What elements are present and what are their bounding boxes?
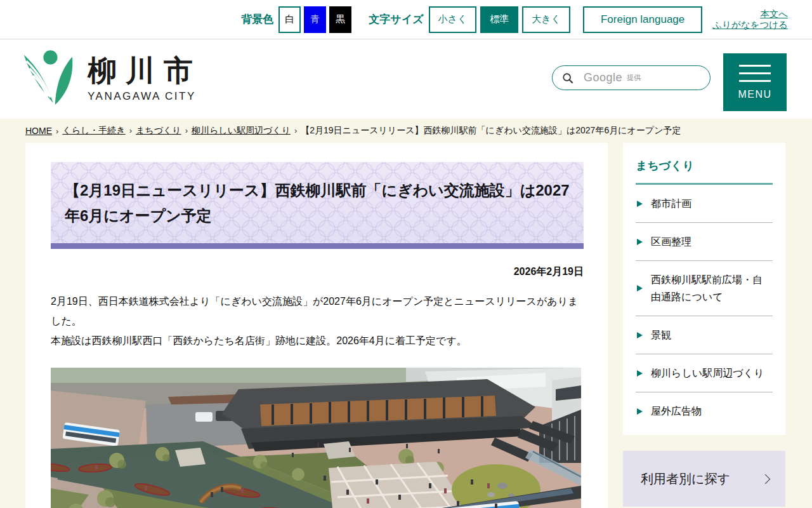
site-logo[interactable]: 柳川市 YANAGAWA CITY [23,48,202,109]
utility-bar: 背景色 白 青 黒 文字サイズ 小さく 標準 大きく Foreign langu… [0,0,812,39]
sidebar-category-title: まちづくり [636,158,773,185]
chevron-right-icon [761,474,771,484]
sidebar-item-kukakuseiri[interactable]: 区画整理 [636,223,773,261]
triangle-icon [637,285,643,291]
site-header: 柳川市 YANAGAWA CITY Google 提供 MENU [0,39,812,119]
sidebar-item-ekimae-hiroba[interactable]: 西鉄柳川駅駅前広場・自由通路について [636,261,773,316]
sidebar-category-box: まちづくり 都市計画 区画整理 西鉄柳川駅駅前広場・自由通路について 景観 柳川… [623,143,785,435]
article-title-box: 【2月19日ニュースリリース】西鉄柳川駅前「にぎわい交流施設」は2027年6月に… [51,162,584,243]
text-size-smaller-button[interactable]: 小さく [429,6,477,33]
foreign-language-button[interactable]: Foreign language [583,6,702,33]
facility-aerial-rendering-image [51,368,581,508]
triangle-icon [637,332,643,338]
to-main-text-link[interactable]: 本文へ [760,9,788,20]
search-icon [562,72,573,84]
breadcrumb: HOME くらし・手続き まちづくり 柳川らしい駅周辺づくり 【2月19日ニュー… [0,119,812,143]
bg-black-button[interactable]: 黒 [329,6,351,33]
sidebar-item-toshikeikaku[interactable]: 都市計画 [636,185,773,223]
article-date: 2026年2月19日 [51,265,584,279]
bg-blue-button[interactable]: 青 [304,6,326,33]
page-title: 【2月19日ニュースリリース】西鉄柳川駅前「にぎわい交流施設」は2027年6月に… [65,178,570,229]
site-name: 柳川市 [88,55,202,88]
sidebar-item-label: 区画整理 [651,233,691,250]
menu-button[interactable]: MENU [723,53,787,111]
sidebar: まちづくり 都市計画 区画整理 西鉄柳川駅駅前広場・自由通路について 景観 柳川… [623,143,785,508]
triangle-icon [637,239,643,245]
sidebar-item-keikan[interactable]: 景観 [636,316,773,354]
title-accent-bar [51,243,584,249]
sidebar-item-label: 景観 [651,326,671,344]
triangle-icon [637,408,643,415]
sidebar-item-label: 都市計画 [651,195,691,212]
breadcrumb-ekishuhen[interactable]: 柳川らしい駅周辺づくり [192,125,291,135]
breadcrumb-kurashi[interactable]: くらし・手続き [62,125,125,135]
finder-by-user-button[interactable]: 利用者別に探す [623,451,785,507]
menu-label: MENU [738,89,771,100]
breadcrumb-home[interactable]: HOME [25,126,52,136]
article-body: 2月19日、西日本鉄道株式会社より「にぎわい交流施設」が2027年6月にオープン… [51,291,584,351]
sidebar-item-okugai-kokoku[interactable]: 屋外広告物 [636,392,773,430]
skip-links: 本文へ ふりがなをつける [712,9,788,30]
breadcrumb-machizukuri[interactable]: まちづくり [136,125,181,135]
triangle-icon [637,370,643,377]
bg-color-label: 背景色 [241,12,273,27]
triangle-icon [637,201,643,207]
sidebar-item-label: 柳川らしい駅周辺づくり [651,364,764,382]
breadcrumb-current: 【2月19日ニュースリリース】西鉄柳川駅前「にぎわい交流施設」は2027年6月に… [301,125,681,137]
brand-text: 柳川市 YANAGAWA CITY [88,48,202,103]
sidebar-item-label: 西鉄柳川駅駅前広場・自由通路について [651,271,771,305]
finder-label: 利用者別に探す [641,471,730,488]
search-placeholder-brand: Google [584,71,622,84]
bg-white-button[interactable]: 白 [278,6,301,33]
article-paragraph: 2月19日、西日本鉄道株式会社より「にぎわい交流施設」が2027年6月にオープン… [51,291,584,331]
article-card: 【2月19日ニュースリリース】西鉄柳川駅前「にぎわい交流施設」は2027年6月に… [25,143,608,508]
text-size-label: 文字サイズ [369,12,423,27]
site-name-english: YANAGAWA CITY [88,90,202,103]
search-placeholder-provided: 提供 [627,73,641,83]
hamburger-icon [739,65,771,82]
text-size-standard-button[interactable]: 標準 [480,6,518,33]
text-size-larger-button[interactable]: 大きく [522,6,570,33]
site-search-input[interactable]: Google 提供 [552,65,710,90]
add-furigana-link[interactable]: ふりがなをつける [712,20,788,30]
sidebar-item-ekishuhen[interactable]: 柳川らしい駅周辺づくり [636,354,773,392]
article-paragraph: 本施設は西鉄柳川駅西口「西鉄からたち名店街」跡地に建設。2026年4月に着工予定… [51,331,584,351]
sidebar-item-label: 屋外広告物 [651,403,702,420]
yanagawa-city-emblem-icon [23,48,75,109]
